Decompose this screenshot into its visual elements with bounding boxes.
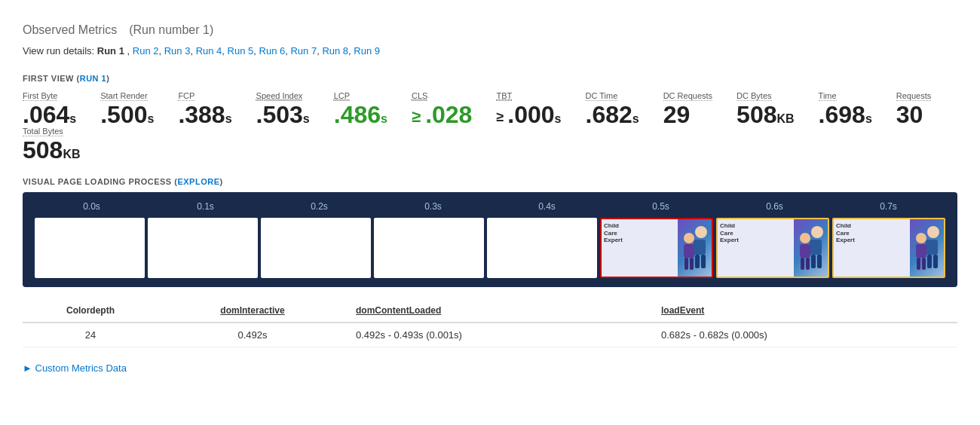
svg-rect-1 [694,240,706,255]
svg-point-0 [695,226,707,238]
timeline-frame-1[interactable] [148,218,258,278]
frame-label: ChildCareExpert [718,219,794,277]
timeline-time-label: 0.6s [718,201,831,212]
timeline-frame-5[interactable]: ChildCareExpert [600,218,713,278]
metric-value: 508KB [23,138,81,162]
metric-dc-bytes: DC Bytes508KB [737,91,795,127]
table-header-colordepth: Colordepth [23,299,158,323]
metric-label: LCP [334,91,350,101]
table-header-dominteractive[interactable]: domInteractive [158,299,347,323]
metric-label: FCP [178,91,194,101]
timeline-frame-7[interactable]: ChildCareExpert [832,218,945,278]
timeline-time-label: 0.3s [376,201,490,212]
metric-label: Start Render [100,91,147,101]
svg-rect-9 [810,240,822,255]
timeline-frame-2[interactable] [261,218,371,278]
svg-rect-19 [933,255,938,268]
svg-rect-15 [806,258,810,270]
table-header-domcontentloaded[interactable]: domContentLoaded [347,299,652,323]
frame-thumbnail [794,219,828,277]
metric-value: .682s [585,102,639,127]
metric-requests: Requests30 [896,91,931,127]
custom-metrics-link[interactable]: ► Custom Metrics Data [23,362,127,374]
metric-fcp: FCP.388s [178,91,231,127]
timeline-time-label: 0.4s [490,201,604,212]
timeline-container: 0.0s0.1s0.2s0.3s0.4s0.5s0.6s0.7s ChildCa… [23,192,957,287]
svg-rect-5 [684,244,694,258]
svg-rect-14 [801,258,804,270]
metric-first-byte: First Byte.064s [23,91,76,127]
table-cell: 0.492s [158,323,347,347]
first-view-label: FIRST VIEW (RUN 1) [23,74,109,83]
metric-total-bytes: Total Bytes508KB [23,127,81,162]
metrics-row: First Byte.064sStart Render.500sFCP.388s… [23,91,957,162]
svg-rect-23 [922,258,926,270]
frame-label: ChildCareExpert [602,219,678,277]
timeline-time-label: 0.0s [35,201,149,212]
svg-rect-11 [817,255,822,268]
svg-point-8 [811,226,823,238]
timeline-frame-6[interactable]: ChildCareExpert [716,218,829,278]
svg-point-16 [927,226,939,238]
run-link-run-9[interactable]: Run 9 [354,45,380,57]
table-cell: 0.682s - 0.682s (0.000s) [652,323,957,347]
run-link-run-2[interactable]: Run 2 [133,45,159,57]
first-view-run-link[interactable]: RUN 1 [80,74,107,83]
frame-thumbnail [910,219,944,277]
page-title: Observed Metrics (Run number 1) [23,15,957,39]
metric-label: Speed Index [256,91,303,101]
metric-lcp: LCP.486s [334,91,387,127]
metric-value: .388s [178,102,231,127]
svg-rect-2 [695,255,700,268]
title-text: Observed Metrics [23,23,117,36]
run-number: (Run number 1) [129,23,213,36]
metric-tbt: TBT≥ .000s [496,91,561,127]
metric-label: First Byte [23,91,57,101]
metric-dc-time: DC Time.682s [585,91,639,127]
svg-rect-17 [926,240,938,255]
metric-value: 508KB [737,102,795,127]
metric-value: .500s [100,102,154,127]
custom-metrics-label: Custom Metrics Data [35,362,127,374]
timeline-time-label: 0.2s [262,201,376,212]
run-link-run-8[interactable]: Run 8 [322,45,348,57]
other-runs: , Run 2, Run 3, Run 4, Run 5, Run 6, Run… [127,45,381,57]
run-links: View run details: Run 1 , Run 2, Run 3, … [23,45,957,57]
svg-rect-22 [917,258,920,270]
timeline-frame-0[interactable] [35,218,145,278]
metric-label: CLS [412,91,427,101]
timeline-labels: 0.0s0.1s0.2s0.3s0.4s0.5s0.6s0.7s [35,201,945,212]
metric-value: .064s [23,102,76,127]
run-link-run-5[interactable]: Run 5 [228,45,254,57]
timeline-time-label: 0.7s [831,201,945,212]
frame-label: ChildCareExpert [834,219,910,277]
run-link-run-6[interactable]: Run 6 [259,45,286,57]
visual-section-label: VISUAL PAGE LOADING PROCESS [23,177,172,186]
table-cell: 24 [23,323,158,347]
explore-link[interactable]: EXPLORE [177,177,219,186]
custom-metrics-arrow: ► [23,362,32,374]
metric-value: .503s [256,102,310,127]
metric-label: Time [819,91,837,101]
timeline-frame-3[interactable] [374,218,484,278]
metric-label: TBT [496,91,512,101]
run-link-run-7[interactable]: Run 7 [290,45,317,57]
table-header-loadevent[interactable]: loadEvent [652,299,957,323]
metric-label: DC Requests [663,91,712,101]
run-link-run-4[interactable]: Run 4 [196,45,222,57]
timeline-time-label: 0.5s [604,201,718,212]
metric-cls: CLS≥ .028 [412,91,472,127]
timeline-frame-4[interactable] [487,218,597,278]
run-link-run-3[interactable]: Run 3 [164,45,191,57]
metric-value: .698s [819,102,872,127]
metric-speed-index: Speed Index.503s [256,91,310,127]
run-details-label: View run details: [23,45,94,57]
table-body: 240.492s0.492s - 0.493s (0.001s)0.682s -… [23,323,957,347]
metric-label: Requests [896,91,931,101]
first-view-section: FIRST VIEW (RUN 1) [23,72,957,84]
timeline-time-label: 0.1s [149,201,262,212]
metric-label: Total Bytes [23,127,63,136]
frame-thumbnail [678,219,712,277]
custom-metrics: ► Custom Metrics Data [23,362,957,374]
svg-rect-13 [800,244,810,258]
